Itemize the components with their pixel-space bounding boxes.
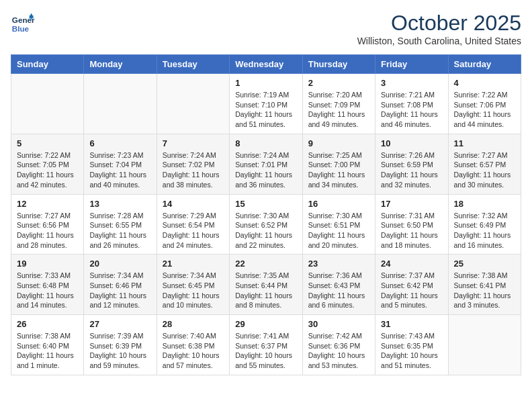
day-number: 3: [381, 78, 442, 88]
calendar-week-5: 26Sunrise: 7:38 AMSunset: 6:40 PMDayligh…: [11, 315, 521, 375]
day-number: 2: [308, 78, 369, 88]
day-info: Sunrise: 7:27 AMSunset: 6:57 PMDaylight:…: [454, 150, 515, 190]
day-number: 30: [308, 319, 369, 329]
day-number: 4: [454, 78, 515, 88]
calendar-week-2: 5Sunrise: 7:22 AMSunset: 7:05 PMDaylight…: [11, 134, 521, 194]
day-number: 10: [381, 138, 442, 148]
calendar-table: SundayMondayTuesdayWednesdayThursdayFrid…: [11, 54, 521, 375]
calendar-cell: 12Sunrise: 7:27 AMSunset: 6:56 PMDayligh…: [11, 194, 84, 255]
calendar-cell: 6Sunrise: 7:23 AMSunset: 7:04 PMDaylight…: [84, 134, 157, 194]
weekday-header-saturday: Saturday: [448, 55, 521, 74]
logo-icon: General Blue: [11, 11, 35, 35]
calendar-cell: [157, 74, 229, 134]
calendar-cell: 26Sunrise: 7:38 AMSunset: 6:40 PMDayligh…: [11, 315, 84, 375]
day-number: 6: [89, 138, 150, 148]
day-number: 1: [235, 78, 296, 88]
day-info: Sunrise: 7:30 AMSunset: 6:51 PMDaylight:…: [308, 211, 369, 250]
day-number: 11: [454, 138, 515, 148]
calendar-cell: 25Sunrise: 7:38 AMSunset: 6:41 PMDayligh…: [448, 255, 521, 315]
day-info: Sunrise: 7:37 AMSunset: 6:42 PMDaylight:…: [381, 271, 442, 310]
day-number: 29: [235, 319, 296, 329]
day-info: Sunrise: 7:43 AMSunset: 6:35 PMDaylight:…: [381, 331, 442, 371]
svg-text:Blue: Blue: [12, 24, 30, 33]
day-number: 23: [308, 259, 369, 269]
day-info: Sunrise: 7:22 AMSunset: 7:05 PMDaylight:…: [17, 150, 78, 190]
calendar-cell: 15Sunrise: 7:30 AMSunset: 6:52 PMDayligh…: [230, 194, 302, 255]
calendar-cell: 2Sunrise: 7:20 AMSunset: 7:09 PMDaylight…: [302, 74, 375, 134]
day-info: Sunrise: 7:29 AMSunset: 6:54 PMDaylight:…: [163, 211, 224, 250]
calendar-cell: 4Sunrise: 7:22 AMSunset: 7:06 PMDaylight…: [448, 74, 521, 134]
day-number: 25: [454, 259, 515, 269]
day-number: 21: [163, 259, 224, 269]
calendar-cell: 17Sunrise: 7:31 AMSunset: 6:50 PMDayligh…: [375, 194, 448, 255]
day-info: Sunrise: 7:39 AMSunset: 6:39 PMDaylight:…: [89, 331, 150, 371]
day-number: 15: [235, 199, 296, 209]
calendar-cell: [84, 74, 157, 134]
day-info: Sunrise: 7:25 AMSunset: 7:00 PMDaylight:…: [308, 150, 369, 190]
calendar-cell: 5Sunrise: 7:22 AMSunset: 7:05 PMDaylight…: [11, 134, 84, 194]
logo: General Blue: [11, 11, 35, 35]
calendar-cell: 18Sunrise: 7:32 AMSunset: 6:49 PMDayligh…: [448, 194, 521, 255]
day-info: Sunrise: 7:22 AMSunset: 7:06 PMDaylight:…: [454, 90, 515, 130]
calendar-cell: 9Sunrise: 7:25 AMSunset: 7:00 PMDaylight…: [302, 134, 375, 194]
day-number: 19: [17, 259, 78, 269]
calendar-cell: 27Sunrise: 7:39 AMSunset: 6:39 PMDayligh…: [84, 315, 157, 375]
day-info: Sunrise: 7:27 AMSunset: 6:56 PMDaylight:…: [17, 211, 78, 250]
weekday-header-monday: Monday: [84, 55, 157, 74]
calendar-week-4: 19Sunrise: 7:33 AMSunset: 6:48 PMDayligh…: [11, 255, 521, 315]
calendar-cell: 21Sunrise: 7:34 AMSunset: 6:45 PMDayligh…: [157, 255, 229, 315]
day-number: 8: [235, 138, 296, 148]
calendar-cell: 29Sunrise: 7:41 AMSunset: 6:37 PMDayligh…: [230, 315, 302, 375]
weekday-header-row: SundayMondayTuesdayWednesdayThursdayFrid…: [11, 55, 521, 74]
calendar-cell: 30Sunrise: 7:42 AMSunset: 6:36 PMDayligh…: [302, 315, 375, 375]
calendar-cell: 13Sunrise: 7:28 AMSunset: 6:55 PMDayligh…: [84, 194, 157, 255]
calendar-cell: 20Sunrise: 7:34 AMSunset: 6:46 PMDayligh…: [84, 255, 157, 315]
day-number: 20: [89, 259, 150, 269]
calendar-week-3: 12Sunrise: 7:27 AMSunset: 6:56 PMDayligh…: [11, 194, 521, 255]
weekday-header-friday: Friday: [375, 55, 448, 74]
day-info: Sunrise: 7:40 AMSunset: 6:38 PMDaylight:…: [163, 331, 224, 371]
day-info: Sunrise: 7:32 AMSunset: 6:49 PMDaylight:…: [454, 211, 515, 250]
calendar-cell: 16Sunrise: 7:30 AMSunset: 6:51 PMDayligh…: [302, 194, 375, 255]
calendar-cell: 7Sunrise: 7:24 AMSunset: 7:02 PMDaylight…: [157, 134, 229, 194]
day-number: 17: [381, 199, 442, 209]
day-number: 28: [163, 319, 224, 329]
weekday-header-thursday: Thursday: [302, 55, 375, 74]
day-number: 31: [381, 319, 442, 329]
calendar-cell: 24Sunrise: 7:37 AMSunset: 6:42 PMDayligh…: [375, 255, 448, 315]
day-info: Sunrise: 7:24 AMSunset: 7:02 PMDaylight:…: [163, 150, 224, 190]
day-info: Sunrise: 7:34 AMSunset: 6:46 PMDaylight:…: [89, 271, 150, 310]
calendar-cell: 11Sunrise: 7:27 AMSunset: 6:57 PMDayligh…: [448, 134, 521, 194]
day-info: Sunrise: 7:21 AMSunset: 7:08 PMDaylight:…: [381, 90, 442, 130]
day-info: Sunrise: 7:26 AMSunset: 6:59 PMDaylight:…: [381, 150, 442, 190]
location: Williston, South Carolina, United States: [357, 36, 521, 46]
calendar-cell: 23Sunrise: 7:36 AMSunset: 6:43 PMDayligh…: [302, 255, 375, 315]
calendar-cell: 10Sunrise: 7:26 AMSunset: 6:59 PMDayligh…: [375, 134, 448, 194]
day-number: 24: [381, 259, 442, 269]
day-number: 14: [163, 199, 224, 209]
day-number: 7: [163, 138, 224, 148]
day-info: Sunrise: 7:38 AMSunset: 6:40 PMDaylight:…: [17, 331, 78, 371]
month-title: October 2025: [357, 11, 521, 36]
day-info: Sunrise: 7:36 AMSunset: 6:43 PMDaylight:…: [308, 271, 369, 310]
day-info: Sunrise: 7:31 AMSunset: 6:50 PMDaylight:…: [381, 211, 442, 250]
day-info: Sunrise: 7:19 AMSunset: 7:10 PMDaylight:…: [235, 90, 296, 130]
day-info: Sunrise: 7:24 AMSunset: 7:01 PMDaylight:…: [235, 150, 296, 190]
calendar-cell: 28Sunrise: 7:40 AMSunset: 6:38 PMDayligh…: [157, 315, 229, 375]
calendar-cell: [448, 315, 521, 375]
weekday-header-wednesday: Wednesday: [230, 55, 302, 74]
calendar-cell: 8Sunrise: 7:24 AMSunset: 7:01 PMDaylight…: [230, 134, 302, 194]
calendar-cell: 1Sunrise: 7:19 AMSunset: 7:10 PMDaylight…: [230, 74, 302, 134]
calendar-cell: [11, 74, 84, 134]
day-number: 5: [17, 138, 78, 148]
day-info: Sunrise: 7:35 AMSunset: 6:44 PMDaylight:…: [235, 271, 296, 310]
day-number: 13: [89, 199, 150, 209]
day-number: 16: [308, 199, 369, 209]
day-number: 9: [308, 138, 369, 148]
weekday-header-sunday: Sunday: [11, 55, 84, 74]
day-info: Sunrise: 7:23 AMSunset: 7:04 PMDaylight:…: [89, 150, 150, 190]
weekday-header-tuesday: Tuesday: [157, 55, 229, 74]
day-number: 22: [235, 259, 296, 269]
day-info: Sunrise: 7:34 AMSunset: 6:45 PMDaylight:…: [163, 271, 224, 310]
day-info: Sunrise: 7:42 AMSunset: 6:36 PMDaylight:…: [308, 331, 369, 371]
